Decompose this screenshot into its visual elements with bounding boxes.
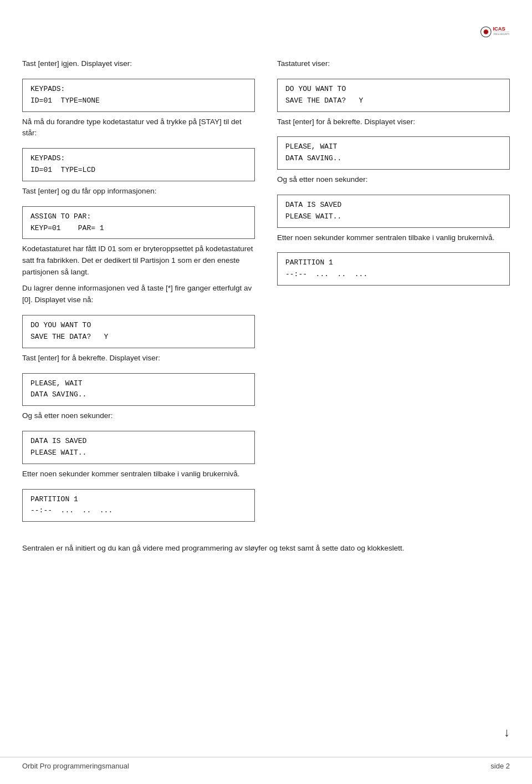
- left-para-3: Kodetastaturet har fått ID 01 som er bry…: [22, 243, 255, 278]
- right-para-3: Etter noen sekunder kommer sentralen til…: [277, 232, 510, 244]
- left-box-3: ASSIGN TO PAR: KEYP=01 PAR= 1: [22, 206, 255, 240]
- left-para-6: Og så etter noen sekunder:: [22, 410, 255, 422]
- left-box-5: PLEASE, WAIT DATA SAVING..: [22, 373, 255, 406]
- header: ICAS FIRE & SECURITY: [22, 17, 510, 47]
- left-para-5: Tast [enter] for å bekrefte. Displayet v…: [22, 353, 255, 364]
- bottom-text: Sentralen er nå initiert og du kan gå vi…: [22, 543, 510, 554]
- arrow-down-icon: ↓: [504, 725, 510, 740]
- left-column: Tast [enter] igjen. Displayet viser: KEY…: [22, 58, 255, 526]
- icas-logo-icon: ICAS FIRE & SECURITY: [479, 17, 510, 47]
- left-box-1: KEYPADS: ID=01 TYPE=NONE: [22, 79, 255, 112]
- left-box-4: DO YOU WANT TO SAVE THE DATA? Y: [22, 315, 255, 348]
- right-column: Tastaturet viser: DO YOU WANT TO SAVE TH…: [277, 58, 510, 526]
- left-para-2: Tast [enter] og du får opp informasjonen…: [22, 186, 255, 197]
- left-intro-line: Tast [enter] igjen. Displayet viser:: [22, 58, 255, 70]
- left-box-2: KEYPADS: ID=01 TYPE=LCD: [22, 148, 255, 181]
- left-para-1: Nå må du forandre type kodetastatur ved …: [22, 116, 255, 140]
- right-box-4: PARTITION 1 --:-- ... .. ...: [277, 252, 510, 286]
- right-box-2: PLEASE, WAIT DATA SAVING..: [277, 136, 510, 170]
- svg-point-2: [485, 31, 487, 33]
- svg-text:FIRE & SECURITY: FIRE & SECURITY: [493, 33, 510, 35]
- left-para-4: Du lagrer denne informasjonen ved å tast…: [22, 283, 255, 306]
- right-para-2: Og så etter noen sekunder:: [277, 174, 510, 186]
- right-box-1: DO YOU WANT TO SAVE THE DATA? Y: [277, 79, 510, 112]
- logo-container: ICAS FIRE & SECURITY: [479, 17, 510, 47]
- right-intro-line: Tastaturet viser:: [277, 58, 510, 70]
- footer-manual-title: Orbit Pro programmeringsmanual: [22, 762, 129, 770]
- footer-page-label: side 2: [490, 762, 510, 770]
- left-box-7: PARTITION 1 --:-- ... .. ...: [22, 489, 255, 522]
- main-content: Tast [enter] igjen. Displayet viser: KEY…: [22, 58, 510, 526]
- page: ICAS FIRE & SECURITY Tast [enter] igjen.…: [0, 0, 532, 784]
- right-para-1: Tast [enter] for å bekrefte. Displayet v…: [277, 116, 510, 128]
- left-box-6: DATA IS SAVED PLEASE WAIT..: [22, 431, 255, 464]
- svg-text:ICAS: ICAS: [493, 26, 505, 32]
- footer: Orbit Pro programmeringsmanual side 2: [0, 757, 532, 770]
- right-box-3: DATA IS SAVED PLEASE WAIT..: [277, 195, 510, 228]
- left-para-7: Etter noen sekunder kommer sentralen til…: [22, 469, 255, 480]
- bottom-section: Sentralen er nå initiert og du kan gå vi…: [22, 543, 510, 554]
